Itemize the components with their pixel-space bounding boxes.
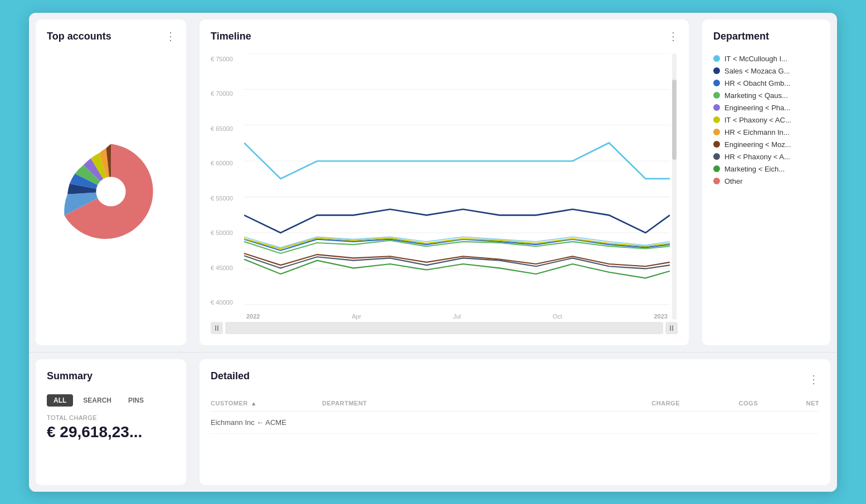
- summary-panel: Summary ALL SEARCH PINS TOTAL CHARGE € 2…: [36, 359, 186, 485]
- legend-dot-other: [713, 178, 720, 184]
- y-label-45k: € 45000: [211, 265, 240, 271]
- col-header-charge: CHARGE: [422, 400, 697, 407]
- col-header-cogs: COGS: [697, 400, 775, 407]
- main-container: Top accounts ⋮: [29, 13, 837, 492]
- sort-arrow-customer: ▲: [251, 400, 256, 407]
- x-label-oct: Oct: [553, 313, 562, 320]
- legend-dot-sales-mozaca: [713, 67, 720, 74]
- pie-chart-container: [47, 49, 175, 334]
- legend-dot-hr-eichmann: [713, 129, 720, 135]
- legend-dot-engineering-pha: [713, 104, 720, 111]
- legend-label-it-phaxony: IT < Phaxony < AC...: [724, 116, 791, 124]
- scroll-left-btn[interactable]: ⏸: [211, 322, 223, 334]
- legend-dot-hr-obacht: [713, 80, 720, 86]
- legend-label-marketing-qaus: Marketing < Qaus...: [724, 91, 788, 100]
- total-charge-value: € 29,618,23...: [47, 423, 175, 441]
- col-header-department: DEPARTMENT: [322, 400, 422, 407]
- department-panel: Department IT < McCullough I... Sales < …: [702, 19, 830, 345]
- legend-label-sales-mozaca: Sales < Mozaca G...: [724, 67, 790, 75]
- legend-item-it-phaxony: IT < Phaxony < AC...: [713, 116, 819, 124]
- summary-tab-all[interactable]: ALL: [47, 394, 73, 407]
- legend-dot-hr-phaxony: [713, 153, 720, 160]
- top-row: Top accounts ⋮: [29, 13, 837, 353]
- x-label-jul: Jul: [453, 313, 461, 320]
- legend-item-hr-obacht: HR < Obacht Gmb...: [713, 79, 819, 87]
- svg-point-0: [96, 177, 125, 206]
- legend-label-hr-eichmann: HR < Eichmann In...: [724, 128, 790, 136]
- x-label-2022: 2022: [246, 313, 260, 320]
- cell-customer: Eichmann Inc ← ACME: [211, 418, 322, 427]
- department-legend: IT < McCullough I... Sales < Mozaca G...…: [713, 55, 819, 185]
- y-label-70k: € 70000: [211, 90, 240, 97]
- timeline-scroll: ⏸ ⏸: [211, 322, 678, 334]
- department-title: Department: [713, 31, 819, 42]
- legend-item-marketing-eich: Marketing < Eich...: [713, 165, 819, 173]
- y-label-65k: € 65000: [211, 125, 240, 132]
- legend-item-other: Other: [713, 177, 819, 185]
- legend-item-sales-mozaca: Sales < Mozaca G...: [713, 67, 819, 75]
- legend-label-hr-obacht: HR < Obacht Gmb...: [724, 79, 790, 87]
- timeline-title: Timeline: [211, 31, 678, 42]
- top-accounts-title: Top accounts: [47, 31, 175, 42]
- legend-dot-it-phaxony: [713, 116, 720, 123]
- legend-dot-marketing-eich: [713, 165, 720, 172]
- legend-item-hr-phaxony: HR < Phaxony < A...: [713, 153, 819, 161]
- detailed-menu[interactable]: ⋮: [808, 373, 819, 386]
- y-label-40k: € 40000: [211, 299, 240, 306]
- legend-item-hr-eichmann: HR < Eichmann In...: [713, 128, 819, 136]
- legend-item-marketing-qaus: Marketing < Qaus...: [713, 91, 819, 100]
- scroll-track[interactable]: [225, 322, 663, 334]
- col-header-customer[interactable]: CUSTOMER ▲: [211, 400, 322, 407]
- detailed-panel: Detailed ⋮ CUSTOMER ▲ DEPARTMENT CHARGE …: [200, 359, 830, 485]
- legend-dot-marketing-qaus: [713, 92, 720, 99]
- legend-label-engineering-moz: Engineering < Moz...: [724, 140, 791, 149]
- summary-title: Summary: [47, 370, 175, 382]
- summary-tab-search[interactable]: SEARCH: [76, 394, 118, 407]
- summary-tab-pins[interactable]: PINS: [121, 394, 150, 407]
- legend-item-it-mccullough: IT < McCullough I...: [713, 55, 819, 63]
- x-label-apr: Apr: [352, 313, 361, 320]
- total-charge-label: TOTAL CHARGE: [47, 414, 175, 421]
- y-label-50k: € 50000: [211, 229, 240, 236]
- x-label-2023: 2023: [654, 313, 667, 320]
- legend-dot-engineering-moz: [713, 141, 720, 148]
- col-header-net: NET: [775, 400, 819, 407]
- detailed-title: Detailed: [211, 370, 250, 382]
- table-header: CUSTOMER ▲ DEPARTMENT CHARGE COGS NET: [211, 394, 819, 412]
- timeline-chart: [244, 53, 670, 306]
- legend-label-hr-phaxony: HR < Phaxony < A...: [724, 153, 790, 161]
- legend-label-it-mccullough: IT < McCullough I...: [724, 55, 787, 63]
- top-accounts-panel: Top accounts ⋮: [36, 19, 186, 345]
- timeline-menu[interactable]: ⋮: [668, 30, 680, 43]
- y-label-55k: € 55000: [211, 195, 240, 202]
- legend-label-engineering-pha: Engineering < Pha...: [724, 104, 790, 112]
- legend-item-engineering-moz: Engineering < Moz...: [713, 140, 819, 149]
- table-row: Eichmann Inc ← ACME: [211, 412, 819, 434]
- chart-scrollbar-thumb[interactable]: [672, 80, 677, 159]
- scroll-right-btn[interactable]: ⏸: [665, 322, 678, 334]
- legend-label-other: Other: [724, 177, 743, 185]
- legend-item-engineering-pha: Engineering < Pha...: [713, 104, 819, 112]
- legend-dot-it-mccullough: [713, 55, 720, 62]
- bottom-row: Summary ALL SEARCH PINS TOTAL CHARGE € 2…: [29, 353, 837, 492]
- y-label-60k: € 60000: [211, 160, 240, 167]
- timeline-panel: Timeline ⋮ € 75000 € 70000 € 65000 € 600…: [200, 19, 689, 345]
- top-accounts-menu[interactable]: ⋮: [165, 30, 177, 43]
- summary-tabs: ALL SEARCH PINS: [47, 394, 175, 407]
- pie-chart: [58, 139, 164, 244]
- y-label-75k: € 75000: [211, 56, 240, 62]
- legend-label-marketing-eich: Marketing < Eich...: [724, 165, 785, 173]
- chart-scrollbar-track[interactable]: [672, 53, 677, 320]
